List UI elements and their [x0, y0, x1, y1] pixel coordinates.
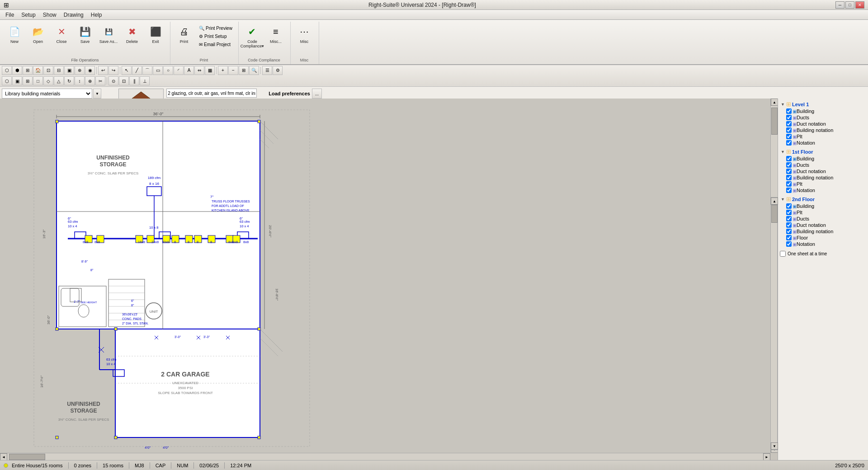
2nd-not-check[interactable]: [786, 241, 792, 247]
tb-circle[interactable]: ○: [163, 66, 173, 75]
menu-show[interactable]: Show: [39, 11, 60, 19]
layer-2nd-duct-notation[interactable]: ▣ Duct notation: [780, 222, 866, 228]
level1-ducts-check[interactable]: [786, 115, 792, 120]
tb2-snap2[interactable]: ⊡: [119, 76, 129, 85]
print-preview-button[interactable]: 🔍 Print Preview: [197, 24, 235, 32]
tb2-snap1[interactable]: ⊙: [108, 76, 118, 85]
layer-1st-building[interactable]: ▣ Building: [780, 155, 866, 162]
code-compliance-button[interactable]: ✔ CodeCompliance▾: [241, 23, 263, 51]
level1-building-check[interactable]: [786, 108, 792, 114]
layer-level1-building-notation[interactable]: ▣ Building notation: [780, 127, 866, 133]
1st-ducts-check[interactable]: [786, 162, 792, 168]
layer-2nd-floor[interactable]: ▼ ⊞ 2nd Floor: [780, 195, 866, 203]
layer-2nd-floor-layer[interactable]: ▣ Floor: [780, 235, 866, 241]
tb-zoom-out[interactable]: −: [228, 66, 238, 75]
library-select[interactable]: Library building materials: [2, 89, 92, 99]
layer-1st-plt[interactable]: ▣ Plt: [780, 181, 866, 187]
tb-btn-5[interactable]: ⊡: [43, 66, 53, 75]
scroll-h-thumb[interactable]: [9, 454, 45, 460]
layer-2nd-building-notation[interactable]: ▣ Building notation: [780, 228, 866, 235]
layer-scroll-up[interactable]: ▲: [778, 197, 778, 205]
tb-props[interactable]: ⚙: [273, 66, 283, 75]
tb-btn-8[interactable]: ⊕: [75, 66, 85, 75]
tb-dim[interactable]: ⇔: [194, 66, 204, 75]
load-pref-btn[interactable]: ...: [312, 89, 322, 99]
menu-help[interactable]: Help: [87, 11, 106, 19]
tb2-snap3[interactable]: ∥: [129, 76, 139, 85]
tb-redo[interactable]: ↪: [108, 66, 118, 75]
new-button[interactable]: 📄 New: [4, 23, 25, 46]
tb-zoom-fit[interactable]: ⊞: [239, 66, 249, 75]
lib-field-1[interactable]: [166, 89, 257, 98]
email-project-button[interactable]: ✉ Email Project: [197, 41, 235, 48]
tb2-btn6[interactable]: △: [54, 76, 64, 85]
layer-scroll-down[interactable]: ▼: [778, 442, 778, 450]
print-setup-button[interactable]: ⚙ Print Setup: [197, 33, 235, 40]
close-button-ribbon[interactable]: ✕ Close: [51, 23, 72, 46]
tb-btn-1[interactable]: ⬡: [2, 66, 12, 75]
tb2-btn8[interactable]: ↕: [75, 76, 85, 85]
layer-level1-duct-notation[interactable]: ▣ Duct notation: [780, 121, 866, 127]
delete-button[interactable]: ✖ Delete: [121, 23, 143, 46]
scroll-right-btn[interactable]: ►: [763, 453, 770, 460]
level1-bn-check[interactable]: [786, 127, 792, 133]
2nd-bn-check[interactable]: [786, 229, 792, 234]
layer-level1-building[interactable]: ▣ Building: [780, 108, 866, 114]
2nd-dn-check[interactable]: [786, 222, 792, 228]
1st-not-check[interactable]: [786, 188, 792, 193]
tb-layers[interactable]: ☰: [262, 66, 272, 75]
horizontal-scrollbar[interactable]: ◄ ►: [0, 453, 770, 460]
1st-dn-check[interactable]: [786, 169, 792, 174]
tb-btn-6[interactable]: ⊟: [54, 66, 64, 75]
tb2-btn7[interactable]: ↻: [64, 76, 74, 85]
exit-button[interactable]: ⬛ Exit: [145, 23, 166, 46]
menu-setup[interactable]: Setup: [18, 11, 39, 19]
tb-polyline[interactable]: ⌒: [142, 66, 152, 75]
tb2-snap4[interactable]: ⊥: [140, 76, 150, 85]
close-button[interactable]: ✕: [855, 1, 864, 9]
layer-level1[interactable]: ▼ ⊞ Level 1: [780, 100, 866, 108]
print-button[interactable]: 🖨 Print: [173, 23, 195, 46]
tb-undo[interactable]: ↩: [98, 66, 108, 75]
layer-1st-floor[interactable]: ▼ ⊞ 1st Floor: [780, 148, 866, 155]
tb-arc[interactable]: ◜: [174, 66, 184, 75]
scroll-up-btn[interactable]: ▲: [771, 99, 778, 106]
tb2-btn5[interactable]: ◇: [43, 76, 53, 85]
tb-rect[interactable]: ▭: [153, 66, 163, 75]
tb2-btn9[interactable]: ⊕: [85, 76, 95, 85]
open-button[interactable]: 📂 Open: [27, 23, 49, 46]
level1-dn-check[interactable]: [786, 121, 792, 127]
tb-select[interactable]: ↖: [122, 66, 132, 75]
tb-btn-7[interactable]: ▣: [64, 66, 74, 75]
layer-2nd-notation[interactable]: ▣ Notation: [780, 241, 866, 247]
save-as-button[interactable]: 💾 Save As...: [98, 23, 119, 46]
tb-line[interactable]: ╱: [132, 66, 142, 75]
level1-not-check[interactable]: [786, 140, 792, 146]
tb-btn-2[interactable]: ⬢: [12, 66, 22, 75]
tb-btn-4[interactable]: 🏠: [33, 66, 43, 75]
layer-2nd-building[interactable]: ▣ Building: [780, 203, 866, 209]
layer-1st-ducts[interactable]: ▣ Ducts: [780, 162, 866, 168]
layer-1st-building-notation[interactable]: ▣ Building notation: [780, 174, 866, 181]
scroll-v-thumb[interactable]: [771, 108, 778, 135]
1st-plt-check[interactable]: [786, 181, 792, 187]
library-dropdown-btn[interactable]: ▼: [93, 89, 101, 99]
menu-drawing[interactable]: Drawing: [60, 11, 87, 19]
2nd-plt-check[interactable]: [786, 210, 792, 215]
minimize-button[interactable]: ─: [835, 1, 844, 9]
restore-button[interactable]: □: [845, 1, 854, 9]
2nd-ducts-check[interactable]: [786, 216, 792, 221]
tb2-btn3[interactable]: ⊞: [23, 76, 33, 85]
layer-level1-notation[interactable]: ▣ Notation: [780, 140, 866, 146]
tb-text[interactable]: A: [184, 66, 194, 75]
misc-button[interactable]: ≡ Misc...: [265, 23, 287, 46]
tb2-btn4[interactable]: □: [33, 76, 43, 85]
tb-btn-3[interactable]: ⊞: [23, 66, 33, 75]
layer-2nd-ducts[interactable]: ▣ Ducts: [780, 216, 866, 222]
menu-file[interactable]: File: [2, 11, 18, 19]
tb2-btn2[interactable]: ▣: [12, 76, 22, 85]
misc2-button[interactable]: ⋯ Misc: [293, 23, 315, 46]
one-sheet-checkbox[interactable]: [780, 251, 786, 257]
layer-1st-notation[interactable]: ▣ Notation: [780, 187, 866, 193]
1st-building-check[interactable]: [786, 156, 792, 161]
